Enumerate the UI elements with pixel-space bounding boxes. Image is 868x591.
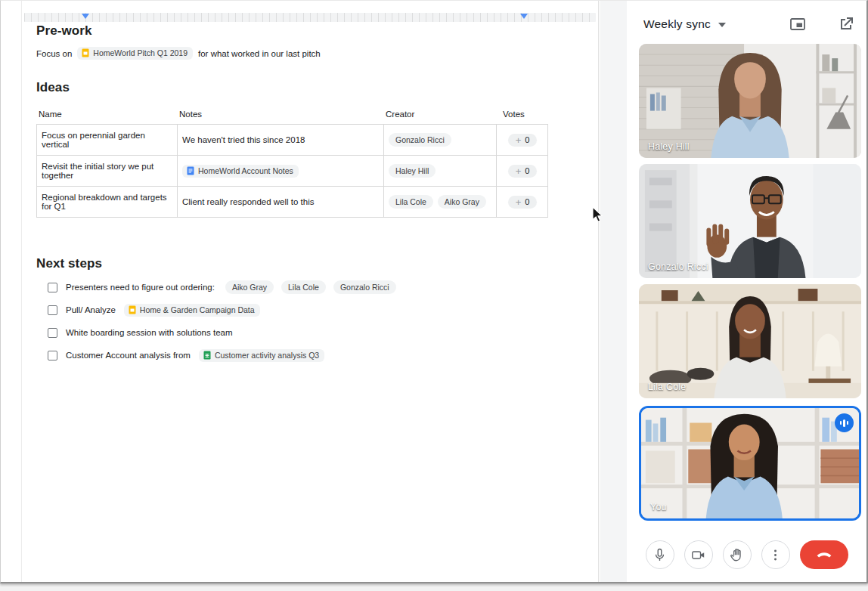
page-gutter <box>600 1 627 583</box>
participant-name: Gonzalo Ricci <box>648 261 708 272</box>
video-feed <box>641 408 859 518</box>
column-header-notes: Notes <box>177 107 383 124</box>
raise-hand-icon <box>729 547 745 563</box>
checkbox[interactable] <box>48 351 57 360</box>
cell-creator: Gonzalo Ricci <box>384 125 497 155</box>
meeting-title-dropdown[interactable]: Weekly sync <box>643 17 726 31</box>
mouse-cursor-icon <box>591 206 603 223</box>
vote-button[interactable]: + 0 <box>508 134 538 147</box>
end-call-icon <box>815 546 833 564</box>
cell-votes: + 0 <box>497 125 548 155</box>
end-call-button[interactable] <box>800 540 848 569</box>
call-controls <box>627 540 866 569</box>
file-chip-homeworld-pitch[interactable]: HomeWorld Pitch Q1 2019 <box>77 47 193 60</box>
cell-creator: Lila Cole Aiko Gray <box>384 187 497 217</box>
microphone-button[interactable] <box>646 540 674 569</box>
camera-icon <box>690 547 706 563</box>
checklist-item: Customer Account analysis from Customer … <box>48 348 573 362</box>
checkbox[interactable] <box>48 328 57 338</box>
checklist-text: Customer Account analysis from <box>66 351 191 360</box>
participant-name: Lila Cole <box>648 382 686 392</box>
indent-marker-right-icon[interactable] <box>520 14 528 19</box>
participant-tile-haley-hill[interactable]: Haley Hill <box>639 44 861 158</box>
pre-work-text-prefix: Focus on <box>36 49 72 58</box>
cell-votes: + 0 <box>497 156 548 186</box>
checklist-text: Presenters need to figure out ordering: <box>66 283 215 292</box>
indent-marker-left-icon[interactable] <box>82 14 89 19</box>
participant-tile-you[interactable]: You <box>639 406 861 521</box>
person-chip[interactable]: Aiko Gray <box>438 195 486 209</box>
vote-count: 0 <box>525 166 529 175</box>
more-options-button[interactable] <box>761 540 790 569</box>
file-chip-customer-activity-analysis[interactable]: Customer activity analysis Q3 <box>199 349 324 362</box>
microphone-icon <box>652 547 668 563</box>
file-chip-label: HomeWorld Pitch Q1 2019 <box>93 48 188 57</box>
slides-file-icon <box>129 305 136 314</box>
vote-count: 0 <box>525 135 529 144</box>
cell-name: Revisit the initial story we put togethe… <box>37 156 178 186</box>
file-chip-home-garden-campaign[interactable]: Home & Garden Campaign Data <box>124 304 260 317</box>
ideas-table-header: Name Notes Creator Votes <box>36 107 573 124</box>
more-options-icon <box>767 547 783 563</box>
raise-hand-button[interactable] <box>723 540 752 569</box>
vote-button[interactable]: + 0 <box>508 165 538 178</box>
picture-in-picture-icon[interactable] <box>789 15 807 33</box>
speaker-indicator-icon <box>835 413 854 432</box>
document-page: Pre-work Focus on HomeWorld Pitch Q1 201… <box>21 1 599 583</box>
open-in-new-icon[interactable] <box>837 15 855 33</box>
column-header-name: Name <box>36 107 177 124</box>
app-window: Pre-work Focus on HomeWorld Pitch Q1 201… <box>0 0 868 583</box>
pre-work-heading: Pre-work <box>36 23 573 39</box>
plus-icon: + <box>516 197 522 207</box>
person-chip[interactable]: Gonzalo Ricci <box>333 280 396 294</box>
docs-file-icon <box>187 166 194 175</box>
cell-notes: HomeWorld Account Notes <box>178 156 384 186</box>
next-steps-heading: Next steps <box>36 256 573 271</box>
meet-header: Weekly sync <box>643 13 855 36</box>
cell-name: Focus on perennial garden vertical <box>37 125 178 155</box>
camera-button[interactable] <box>684 540 713 569</box>
cell-votes: + 0 <box>497 187 548 217</box>
meeting-title: Weekly sync <box>643 17 711 31</box>
vote-button[interactable]: + 0 <box>508 196 538 209</box>
file-chip-label: Customer activity analysis Q3 <box>215 351 319 360</box>
cell-notes: We haven't tried this since 2018 <box>178 125 384 155</box>
file-chip-label: Home & Garden Campaign Data <box>140 305 255 314</box>
table-row: Regional breakdown and targets for Q1 Cl… <box>37 187 547 217</box>
table-row: Focus on perennial garden vertical We ha… <box>37 125 547 156</box>
document-content: Pre-work Focus on HomeWorld Pitch Q1 201… <box>36 23 573 362</box>
pre-work-text-suffix: for what worked in our last pitch <box>198 49 321 58</box>
cell-name: Regional breakdown and targets for Q1 <box>37 187 178 217</box>
participant-name: You <box>650 502 667 512</box>
person-chip[interactable]: Lila Cole <box>281 280 326 294</box>
participant-tiles: Haley Hill <box>639 44 861 527</box>
person-chip[interactable]: Gonzalo Ricci <box>389 133 451 147</box>
chevron-down-icon <box>718 23 726 27</box>
cell-creator: Haley Hill <box>384 156 497 186</box>
ideas-heading: Ideas <box>36 80 573 95</box>
ruler[interactable] <box>24 13 596 22</box>
column-header-creator: Creator <box>383 107 496 124</box>
sheets-file-icon <box>203 351 211 360</box>
file-chip-homeworld-account-notes[interactable]: HomeWorld Account Notes <box>182 165 299 178</box>
table-row: Revisit the initial story we put togethe… <box>37 156 547 187</box>
pre-work-line: Focus on HomeWorld Pitch Q1 2019 for wha… <box>36 47 573 60</box>
cell-notes: Client really responded well to this <box>178 187 384 217</box>
plus-icon: + <box>516 135 522 145</box>
person-chip[interactable]: Aiko Gray <box>225 280 274 294</box>
checklist-text: Pull/ Analyze <box>66 305 116 314</box>
slides-file-icon <box>82 48 89 57</box>
person-chip[interactable]: Lila Cole <box>389 195 433 209</box>
participant-tile-gonzalo-ricci[interactable]: Gonzalo Ricci <box>639 164 861 278</box>
checklist-item: White boarding session with solutions te… <box>48 326 573 339</box>
checkbox[interactable] <box>48 283 57 292</box>
checklist-item: Presenters need to figure out ordering: … <box>48 280 573 294</box>
meet-panel: Weekly sync <box>627 1 866 583</box>
file-chip-label: HomeWorld Account Notes <box>198 166 293 175</box>
checkbox[interactable] <box>48 305 57 315</box>
checklist-item: Pull/ Analyze Home & Garden Campaign Dat… <box>48 303 573 317</box>
participant-name: Haley Hill <box>648 141 690 152</box>
person-chip[interactable]: Haley Hill <box>389 164 436 178</box>
participant-tile-lila-cole[interactable]: Lila Cole <box>639 284 861 398</box>
column-header-votes: Votes <box>496 107 547 124</box>
